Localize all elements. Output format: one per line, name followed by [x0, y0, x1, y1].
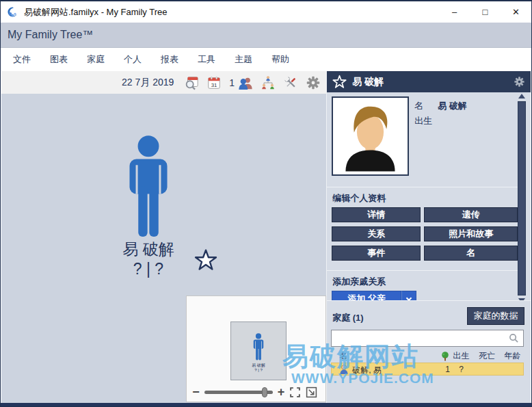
- zoom-slider-thumb[interactable]: [262, 387, 267, 397]
- canvas-person-name[interactable]: 易 破解: [97, 239, 200, 260]
- settings-gear-icon[interactable]: [306, 75, 321, 90]
- scrollbar-thumb[interactable]: [518, 101, 526, 296]
- edit-section-title: 编辑个人资料: [332, 192, 386, 205]
- person-panel-header: 易 破解: [327, 71, 531, 92]
- fit-screen-icon[interactable]: [289, 386, 301, 398]
- current-date: 22 7月 2019: [122, 77, 174, 89]
- title-bar: 易破解网站.familyx - My Family Tree – □ ✕: [1, 1, 531, 23]
- edit-buttons: 详情 遗传 关系 照片和故事 事件 名: [332, 207, 518, 261]
- column-death[interactable]: 死亡: [479, 350, 495, 362]
- app-header: My Family Tree™: [1, 23, 531, 48]
- menu-themes[interactable]: 主题: [230, 51, 256, 68]
- calendar-icon[interactable]: 31: [207, 75, 222, 90]
- app-logo-icon: [7, 6, 18, 18]
- menu-bar: 文件 图表 家庭 个人 报表 工具 主题 帮助: [1, 48, 531, 71]
- zoom-in-button[interactable]: +: [278, 386, 285, 398]
- family-search-box: [331, 330, 524, 347]
- row-person-name: 破解, 易: [352, 365, 382, 376]
- family-search-input[interactable]: [332, 330, 509, 346]
- people-icon[interactable]: [238, 75, 253, 90]
- minimize-button[interactable]: –: [439, 1, 470, 23]
- events-button[interactable]: 事件: [332, 246, 421, 261]
- tree-canvas[interactable]: 易 破解 ? | ?: [1, 94, 326, 403]
- divider: [327, 187, 518, 187]
- divider: [327, 270, 518, 271]
- names-button[interactable]: 名: [424, 246, 518, 261]
- column-name[interactable]: 名: [339, 350, 347, 362]
- panel-star-icon[interactable]: [332, 75, 347, 89]
- app-name: My Family Tree™: [8, 29, 93, 41]
- name-value: 易 破解: [438, 100, 467, 112]
- name-label: 名: [414, 100, 438, 112]
- family-table-row[interactable]: 破解, 易 1 ?: [331, 363, 524, 376]
- column-birth[interactable]: 出生: [453, 350, 469, 362]
- family-section-title: 家庭 (1): [332, 312, 364, 324]
- navigator-viewport[interactable]: 易 破解 ? | ?: [230, 321, 287, 380]
- chevron-down-icon: [406, 295, 412, 300]
- scroll-up-arrow-icon[interactable]: [518, 94, 525, 99]
- genetics-button[interactable]: 遗传: [424, 207, 518, 222]
- person-photo[interactable]: [332, 96, 409, 176]
- person-panel: 易 破解: [326, 71, 531, 403]
- chart-toolbar: 22 7月 2019 31 1: [1, 71, 326, 94]
- date-search-icon[interactable]: [184, 75, 199, 90]
- window-title: 易破解网站.familyx - My Family Tree: [24, 6, 167, 18]
- menu-person[interactable]: 个人: [120, 51, 146, 68]
- svg-text:31: 31: [211, 81, 217, 88]
- row-tree-count: 1: [445, 365, 450, 374]
- avatar-placeholder: [335, 100, 405, 172]
- row-birth-value: ?: [459, 365, 464, 374]
- add-relative-dropdown[interactable]: [401, 291, 416, 300]
- zoom-slider[interactable]: [204, 391, 273, 394]
- name-field-row: 名 易 破解: [414, 100, 467, 112]
- relationships-button[interactable]: 关系: [332, 226, 421, 241]
- zoom-out-button[interactable]: −: [192, 386, 200, 398]
- panel-scrollbar[interactable]: [517, 94, 527, 300]
- mini-person-name: 易 破解: [231, 363, 286, 368]
- panel-gear-icon[interactable]: [514, 76, 525, 88]
- window-bottom-border: [1, 403, 531, 406]
- family-data-button[interactable]: 家庭的数据: [467, 307, 524, 325]
- menu-family[interactable]: 家庭: [83, 51, 109, 68]
- details-button[interactable]: 详情: [332, 207, 421, 222]
- tree-column-icon[interactable]: [440, 351, 451, 362]
- tools-icon[interactable]: [283, 75, 298, 90]
- family-section: 家庭 (1) 家庭的数据 名 出生: [327, 300, 531, 403]
- photos-stories-button[interactable]: 照片和故事: [424, 226, 518, 241]
- navigator-panel: 易 破解 ? | ? − +: [186, 296, 326, 402]
- menu-reports[interactable]: 报表: [157, 51, 183, 68]
- favorite-star-icon[interactable]: [194, 248, 217, 272]
- search-icon: [509, 333, 519, 343]
- family-table-header: 名 出生 死亡 年龄: [327, 350, 531, 363]
- mini-person-icon: [252, 333, 265, 360]
- person-panel-body: 名 易 破解 出生 编辑个人资料 详情 遗传 关系 照片和故事 事件 名: [327, 92, 531, 300]
- row-person-icon: [338, 364, 349, 375]
- menu-tools[interactable]: 工具: [194, 51, 220, 68]
- panel-person-name: 易 破解: [352, 76, 384, 88]
- maximize-button[interactable]: □: [470, 1, 501, 23]
- birth-field-row: 出生: [414, 115, 438, 127]
- menu-help[interactable]: 帮助: [267, 51, 293, 68]
- column-age[interactable]: 年龄: [504, 350, 520, 362]
- zoom-bar: − +: [187, 382, 325, 402]
- app-window: 易破解网站.familyx - My Family Tree – □ ✕ My …: [0, 0, 532, 407]
- close-button[interactable]: ✕: [501, 1, 531, 23]
- birth-label: 出生: [414, 115, 438, 127]
- people-count: 1: [229, 77, 235, 88]
- add-father-button[interactable]: 添加 父亲: [332, 291, 401, 300]
- tree-chart-icon[interactable]: [261, 75, 276, 90]
- menu-file[interactable]: 文件: [9, 51, 35, 68]
- mini-person-dates: ? | ?: [231, 368, 286, 373]
- person-figure-icon[interactable]: [123, 135, 174, 238]
- add-section-title: 添加亲戚关系: [332, 276, 386, 288]
- canvas-person-dates: ? | ?: [97, 260, 200, 278]
- pan-mode-icon[interactable]: [306, 386, 317, 398]
- menu-charts[interactable]: 图表: [46, 51, 72, 68]
